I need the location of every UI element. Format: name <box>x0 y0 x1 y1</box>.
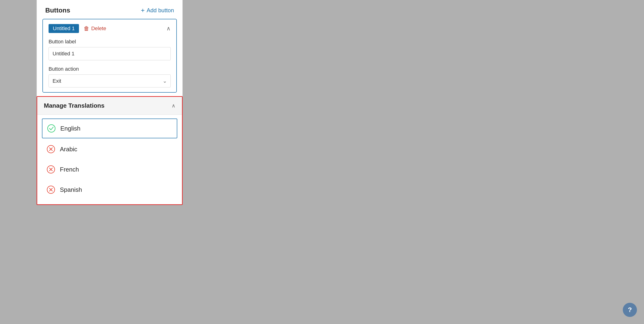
trash-icon: 🗑 <box>84 25 89 32</box>
check-circle-icon <box>47 124 56 133</box>
translations-list: English Arabic French <box>37 115 182 204</box>
translation-item-spanish[interactable]: Spanish <box>42 180 177 199</box>
delete-label: Delete <box>91 26 106 32</box>
english-label: English <box>60 125 80 132</box>
arabic-label: Arabic <box>60 146 77 153</box>
buttons-title: Buttons <box>45 6 70 14</box>
spanish-label: Spanish <box>60 186 82 194</box>
translation-item-english[interactable]: English <box>42 118 177 138</box>
svg-point-0 <box>48 125 55 132</box>
button-item: Untitled 1 🗑 Delete ∧ Button label Butto… <box>42 19 177 92</box>
button-label-field: Button label <box>48 39 171 45</box>
chevron-up-icon[interactable]: ∧ <box>166 25 171 32</box>
button-action-wrapper: Exit Go to step Open URL Submit form ⌄ <box>48 74 171 88</box>
button-action-field: Button action <box>48 66 171 72</box>
translation-item-french[interactable]: French <box>42 160 177 179</box>
translations-chevron-up-icon[interactable]: ∧ <box>172 103 176 109</box>
x-circle-icon-french <box>47 165 55 174</box>
help-button[interactable]: ? <box>623 303 637 317</box>
button-item-header: Untitled 1 🗑 Delete ∧ <box>48 24 171 33</box>
help-icon: ? <box>628 306 632 314</box>
button-action-select[interactable]: Exit Go to step Open URL Submit form <box>48 74 171 88</box>
translations-panel: Manage Translations ∧ English Arabic <box>36 96 183 205</box>
add-button-label: Add button <box>146 7 174 14</box>
x-circle-icon-spanish <box>47 186 55 194</box>
french-label: French <box>60 166 79 173</box>
buttons-header: Buttons + Add button <box>37 0 182 19</box>
button-label-input[interactable] <box>48 47 171 60</box>
translations-header: Manage Translations ∧ <box>37 97 182 115</box>
translations-title: Manage Translations <box>44 102 104 109</box>
plus-icon: + <box>141 6 145 14</box>
x-circle-icon-arabic <box>47 145 55 154</box>
button-badge[interactable]: Untitled 1 <box>48 24 79 33</box>
add-button-link[interactable]: + Add button <box>141 6 174 14</box>
delete-button[interactable]: 🗑 Delete <box>84 25 106 32</box>
right-area <box>183 0 644 324</box>
translation-item-arabic[interactable]: Arabic <box>42 140 177 158</box>
